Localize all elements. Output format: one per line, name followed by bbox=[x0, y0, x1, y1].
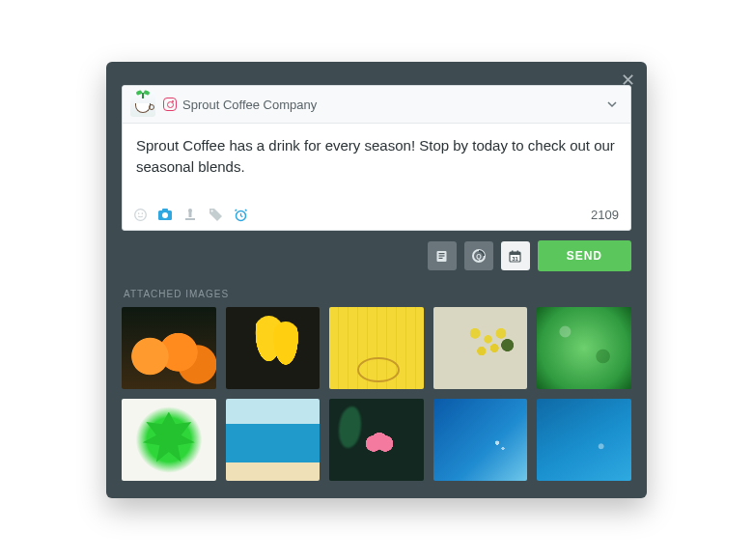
svg-point-2 bbox=[141, 212, 143, 214]
thumb-ocean-aerial-plain[interactable] bbox=[537, 399, 631, 481]
svg-rect-20 bbox=[517, 250, 519, 253]
message-text: Sprout Coffee has a drink for every seas… bbox=[136, 135, 617, 178]
queue-button[interactable]: Q bbox=[464, 241, 493, 270]
emoji-icon[interactable] bbox=[132, 207, 148, 222]
svg-rect-18 bbox=[510, 252, 520, 255]
message-textarea[interactable]: Sprout Coffee has a drink for every seas… bbox=[123, 124, 630, 201]
camera-icon[interactable] bbox=[157, 207, 173, 222]
char-count: 2109 bbox=[591, 208, 619, 222]
attached-images-label: ATTACHED IMAGES bbox=[124, 289, 631, 299]
chevron-down-icon[interactable] bbox=[605, 98, 619, 111]
svg-point-5 bbox=[162, 212, 168, 218]
svg-rect-13 bbox=[439, 255, 445, 256]
account-name: Sprout Coffee Company bbox=[182, 98, 605, 112]
account-selector[interactable]: Sprout Coffee Company bbox=[123, 86, 630, 124]
tag-icon[interactable] bbox=[208, 207, 223, 222]
composer-card: Sprout Coffee Company Sprout Coffee has … bbox=[122, 85, 631, 231]
send-button[interactable]: SEND bbox=[538, 240, 631, 271]
svg-point-9 bbox=[210, 210, 212, 211]
alarm-icon[interactable] bbox=[233, 207, 248, 222]
thumb-mimosa-flowers[interactable] bbox=[433, 307, 528, 389]
svg-point-1 bbox=[137, 212, 139, 214]
close-icon[interactable]: ✕ bbox=[621, 70, 635, 91]
thumb-pumpkins[interactable] bbox=[122, 307, 216, 389]
svg-rect-12 bbox=[439, 253, 445, 254]
thumb-green-lettuce[interactable] bbox=[537, 307, 631, 389]
schedule-button[interactable]: 31 bbox=[501, 241, 530, 270]
svg-rect-6 bbox=[185, 218, 195, 220]
compose-modal: ✕ Sprout Coffee Company Sprout Coffee ha… bbox=[106, 62, 647, 498]
stamp-icon[interactable] bbox=[182, 207, 198, 222]
svg-point-8 bbox=[188, 209, 192, 212]
instagram-icon bbox=[163, 98, 177, 111]
action-row: Q 31 SEND bbox=[122, 240, 631, 271]
notes-button[interactable] bbox=[428, 241, 457, 270]
thumb-yellow-tulips[interactable] bbox=[226, 307, 321, 389]
svg-text:31: 31 bbox=[512, 256, 518, 262]
svg-text:Q: Q bbox=[476, 253, 482, 261]
svg-rect-19 bbox=[512, 250, 514, 253]
thumb-ocean-aerial-rocks[interactable] bbox=[433, 399, 528, 481]
thumb-beach-shore[interactable] bbox=[226, 399, 321, 481]
thumb-pink-flower[interactable] bbox=[329, 399, 424, 481]
attached-images-grid bbox=[122, 307, 631, 481]
thumb-yellow-wall-bicycle[interactable] bbox=[329, 307, 424, 389]
svg-point-0 bbox=[134, 209, 146, 220]
svg-rect-14 bbox=[439, 257, 443, 258]
account-avatar bbox=[130, 92, 155, 117]
composer-footer: 2109 bbox=[123, 201, 630, 230]
svg-rect-4 bbox=[162, 209, 168, 211]
thumb-maple-leaves[interactable] bbox=[122, 399, 216, 481]
